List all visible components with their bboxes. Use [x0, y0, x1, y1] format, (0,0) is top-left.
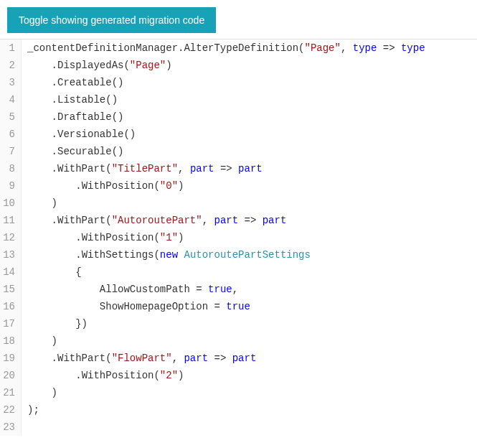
line-number: 20 [0, 367, 22, 384]
line-content: .Versionable() [22, 126, 136, 143]
code-line: 3 .Creatable() [0, 74, 477, 91]
line-content: ); [22, 401, 39, 419]
token-punct: ( [123, 60, 129, 71]
token-keyword: part [263, 215, 287, 226]
token-punct: () [112, 146, 124, 157]
toggle-migration-code-button[interactable]: Toggle showing generated migration code [7, 7, 216, 33]
code-line: 5 .Draftable() [0, 108, 477, 126]
token-type: AutoroutePartSettings [184, 249, 310, 261]
token-string: "Page" [130, 60, 166, 71]
token-punct: . [27, 163, 57, 174]
token-keyword: type [401, 42, 425, 54]
code-line: 13 .WithSettings(new AutoroutePartSettin… [0, 246, 477, 263]
token-punct: . [27, 129, 57, 140]
token-punct: . [27, 180, 82, 192]
token-ident: Listable [57, 94, 105, 106]
token-punct: . [27, 146, 57, 157]
line-number: 13 [0, 246, 22, 263]
line-number: 23 [0, 419, 22, 436]
token-punct: => [238, 215, 263, 226]
token-ident: WithPart [57, 163, 105, 174]
token-string: "Page" [305, 42, 341, 54]
token-punct: ) [166, 60, 171, 71]
token-punct: ) [27, 387, 57, 398]
line-content: .WithPart("TitlePart", part => part [22, 160, 263, 177]
token-keyword: true [226, 301, 250, 312]
token-punct: = [190, 284, 208, 295]
token-punct: () [112, 77, 124, 88]
line-number: 12 [0, 229, 22, 246]
line-number: 21 [0, 384, 22, 401]
token-punct: => [214, 163, 238, 174]
line-number: 16 [0, 298, 22, 315]
line-content: .WithSettings(new AutoroutePartSettings [22, 246, 311, 263]
code-line: 19 .WithPart("FlowPart", part => part [0, 350, 477, 367]
code-line: 17 }) [0, 315, 477, 332]
token-punct: ( [154, 232, 159, 243]
line-number: 14 [0, 263, 22, 281]
token-keyword: part [184, 353, 208, 364]
line-number: 10 [0, 195, 22, 212]
token-punct: () [105, 94, 118, 106]
code-line: 9 .WithPosition("0") [0, 177, 477, 195]
line-content: .WithPosition("0") [22, 177, 184, 195]
token-punct: => [377, 42, 401, 54]
line-content: .Creatable() [22, 74, 123, 91]
line-content: .WithPosition("2") [22, 367, 184, 384]
code-line: 6 .Versionable() [0, 126, 477, 143]
token-ident: _contentDefinitionManager [27, 42, 178, 54]
line-number: 18 [0, 332, 22, 350]
token-punct: ) [178, 370, 184, 381]
token-punct: => [208, 353, 232, 364]
token-punct: }) [27, 318, 88, 330]
token-punct: . [27, 215, 57, 226]
line-number: 3 [0, 74, 22, 91]
token-string: "0" [160, 180, 178, 192]
line-number: 19 [0, 350, 22, 367]
line-content: .Draftable() [22, 108, 123, 126]
token-punct: ) [27, 197, 57, 209]
code-line: 18 ) [0, 332, 477, 350]
token-punct: = [208, 301, 226, 312]
line-number: 7 [0, 143, 22, 160]
code-line: 11 .WithPart("AutoroutePart", part => pa… [0, 212, 477, 229]
token-punct: . [27, 111, 57, 123]
code-line: 8 .WithPart("TitlePart", part => part [0, 160, 477, 177]
token-punct: ) [27, 335, 57, 347]
token-punct [27, 301, 100, 312]
line-content: .WithPart("FlowPart", part => part [22, 350, 256, 367]
token-punct: ( [154, 249, 159, 261]
token-punct [27, 284, 100, 295]
token-ident: Draftable [57, 111, 112, 123]
token-punct: , [341, 42, 353, 54]
code-line: 10 ) [0, 195, 477, 212]
line-content: ShowHomepageOption = true [22, 298, 250, 315]
token-string: "2" [160, 370, 178, 381]
token-punct: ) [178, 180, 184, 192]
code-line: 23 [0, 419, 477, 436]
line-content: }) [22, 315, 88, 332]
line-number: 17 [0, 315, 22, 332]
code-line: 4 .Listable() [0, 91, 477, 108]
code-line: 1_contentDefinitionManager.AlterTypeDefi… [0, 39, 477, 57]
line-content: .DisplayedAs("Page") [22, 57, 172, 74]
token-punct: , [178, 163, 190, 174]
token-punct: { [27, 266, 82, 278]
line-number: 22 [0, 401, 22, 419]
token-keyword: type [353, 42, 377, 54]
token-ident: WithPosition [82, 180, 154, 192]
token-punct: , [202, 215, 214, 226]
token-keyword: part [190, 163, 214, 174]
token-punct: . [27, 370, 82, 381]
line-number: 8 [0, 160, 22, 177]
token-string: "1" [160, 232, 178, 243]
line-number: 9 [0, 177, 22, 195]
line-number: 11 [0, 212, 22, 229]
token-punct: ( [154, 180, 159, 192]
token-string: "FlowPart" [112, 353, 172, 364]
token-punct: () [123, 129, 136, 140]
line-content: .Securable() [22, 143, 123, 160]
code-line: 22); [0, 401, 477, 419]
token-keyword: part [214, 215, 238, 226]
token-punct: . [27, 249, 82, 261]
